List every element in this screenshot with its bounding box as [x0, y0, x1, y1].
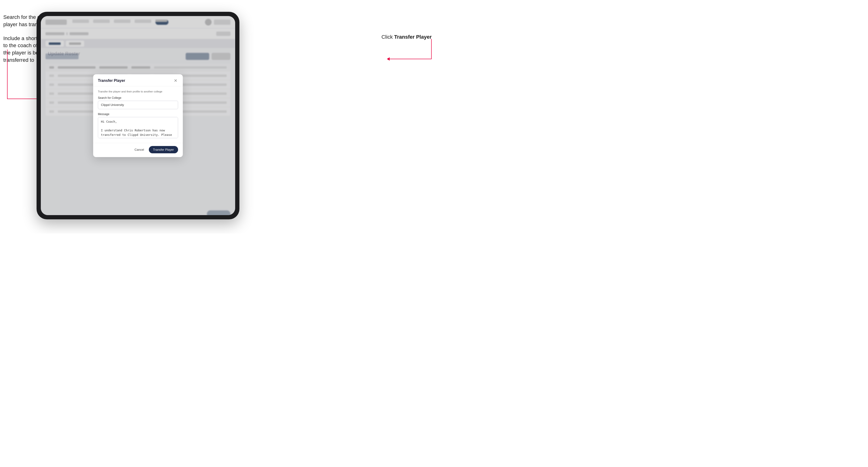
annotation-right-prefix: Click [381, 34, 394, 40]
modal-description: Transfer the player and their profile to… [98, 90, 178, 93]
annotation-right-bold: Transfer Player [394, 34, 432, 40]
modal-header: Transfer Player ✕ [93, 74, 183, 86]
tablet-outer: Update Roster [36, 12, 239, 219]
modal-title: Transfer Player [98, 79, 125, 83]
search-college-label: Search for College [98, 96, 178, 99]
search-college-input[interactable] [98, 101, 178, 109]
transfer-player-modal: Transfer Player ✕ Transfer the player an… [93, 74, 183, 157]
modal-close-button[interactable]: ✕ [173, 78, 178, 83]
arrow-line-vertical-right [431, 39, 432, 59]
arrow-line-horizontal-right [389, 59, 432, 59]
tablet-inner: Update Roster [41, 16, 235, 215]
cancel-button[interactable]: Cancel [132, 147, 146, 153]
transfer-player-button[interactable]: Transfer Player [149, 146, 178, 153]
arrow-head-right [387, 57, 390, 61]
modal-overlay: Transfer Player ✕ Transfer the player an… [41, 16, 235, 215]
arrow-line-vertical-left [7, 50, 7, 99]
modal-body: Transfer the player and their profile to… [93, 86, 183, 143]
message-label: Message [98, 113, 178, 116]
modal-footer: Cancel Transfer Player [93, 143, 183, 157]
annotation-right: Click Transfer Player [381, 34, 432, 40]
tablet-frame: Update Roster [36, 12, 239, 219]
message-textarea[interactable]: Hi Coach, I understand Chris Robertson h… [98, 117, 178, 138]
